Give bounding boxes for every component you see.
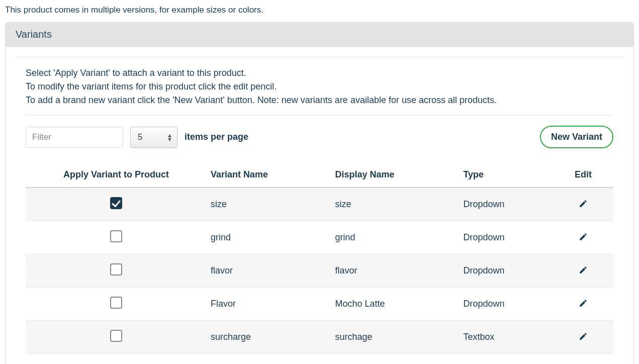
cell-type: Dropdown xyxy=(459,254,553,288)
controls-row: 5 ▲▼ items per page New Variant xyxy=(26,126,613,148)
edit-variant-button[interactable] xyxy=(577,230,590,245)
edit-variant-button[interactable] xyxy=(577,330,590,344)
new-variant-button[interactable]: New Variant xyxy=(540,126,613,148)
table-row: flavorflavorDropdown xyxy=(26,254,613,288)
cell-edit xyxy=(553,221,613,254)
cell-variant-name: size xyxy=(207,188,331,221)
items-per-page-label: items per page xyxy=(185,132,248,142)
instructions-block: Select 'Apply Variant' to attach a varia… xyxy=(26,66,613,107)
instruction-line: To modify the variant items for this pro… xyxy=(26,80,613,94)
apply-variant-checkbox[interactable] xyxy=(110,330,122,342)
cell-variant-name: Flavor xyxy=(207,288,331,321)
divider xyxy=(26,115,613,116)
divider xyxy=(16,57,623,57)
cell-display-name: grind xyxy=(331,221,459,254)
cell-variant-name: surcharge xyxy=(207,321,331,354)
pencil-icon xyxy=(579,335,588,342)
cell-apply xyxy=(26,288,207,321)
apply-variant-checkbox[interactable] xyxy=(110,230,122,242)
cell-apply xyxy=(26,254,207,288)
cell-apply xyxy=(26,321,207,354)
variants-table: Apply Variant to Product Variant Name Di… xyxy=(26,163,613,354)
column-header-edit: Edit xyxy=(553,163,613,188)
cell-apply xyxy=(26,221,207,254)
cell-edit xyxy=(553,321,613,354)
edit-variant-button[interactable] xyxy=(577,263,590,278)
instruction-line: Select 'Apply Variant' to attach a varia… xyxy=(26,66,613,80)
items-per-page-select[interactable]: 5 xyxy=(130,127,177,148)
cell-type: Dropdown xyxy=(459,221,553,254)
cell-variant-name: flavor xyxy=(207,254,331,288)
cell-type: Dropdown xyxy=(459,288,553,321)
cell-display-name: Mocho Latte xyxy=(331,288,459,321)
cell-variant-name: grind xyxy=(207,221,331,254)
table-row: surchargesurchageTextbox xyxy=(26,321,613,354)
apply-variant-checkbox[interactable] xyxy=(110,297,122,309)
apply-variant-checkbox[interactable] xyxy=(110,197,122,209)
column-header-type: Type xyxy=(459,163,553,188)
column-header-apply: Apply Variant to Product xyxy=(26,163,207,188)
column-header-variant-name: Variant Name xyxy=(207,163,331,188)
edit-variant-button[interactable] xyxy=(577,297,590,311)
cell-type: Textbox xyxy=(459,321,553,354)
cell-type: Dropdown xyxy=(459,188,553,221)
cell-edit xyxy=(553,288,613,321)
pencil-icon xyxy=(579,235,588,243)
cell-display-name: flavor xyxy=(331,254,459,288)
table-row: sizesizeDropdown xyxy=(26,188,613,221)
filter-input[interactable] xyxy=(26,127,123,148)
cell-edit xyxy=(553,188,613,221)
cell-display-name: surchage xyxy=(331,321,459,354)
cell-edit xyxy=(553,254,613,288)
pencil-icon xyxy=(579,202,588,210)
column-header-display-name: Display Name xyxy=(331,163,459,188)
variants-panel: Variants Select 'Apply Variant' to attac… xyxy=(5,22,634,364)
pencil-icon xyxy=(579,268,588,276)
table-row: grindgrindDropdown xyxy=(26,221,613,254)
edit-variant-button[interactable] xyxy=(577,197,590,212)
cell-apply xyxy=(26,188,207,221)
page-subtitle: This product comes in multiple versions,… xyxy=(5,4,634,15)
instruction-line: To add a brand new variant click the 'Ne… xyxy=(26,94,613,107)
apply-variant-checkbox[interactable] xyxy=(110,263,122,276)
panel-title: Variants xyxy=(6,23,633,47)
cell-display-name: size xyxy=(331,188,459,221)
pencil-icon xyxy=(579,302,588,309)
table-row: FlavorMocho LatteDropdown xyxy=(26,288,613,321)
